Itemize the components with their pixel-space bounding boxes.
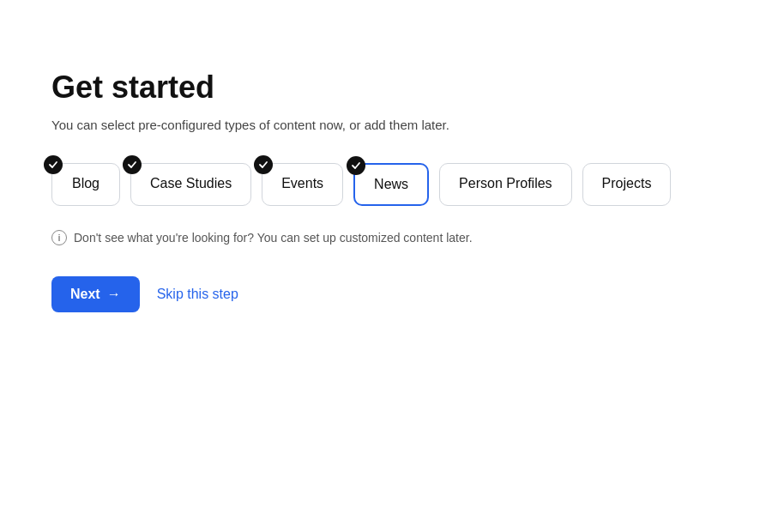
actions-row: Next → Skip this step [51,276,721,312]
next-button-label: Next [70,287,100,302]
check-badge-news [347,156,365,175]
check-badge-events [254,155,273,174]
content-type-label-events: Events [281,176,323,190]
page-title: Get started [51,69,721,106]
content-type-person-profiles[interactable]: Person Profiles [439,163,572,206]
info-row: i Don't see what you're looking for? You… [51,230,721,245]
content-type-label-news: News [374,177,408,191]
info-icon: i [51,230,67,245]
next-arrow-icon: → [107,287,121,302]
content-type-label-projects: Projects [602,176,652,190]
content-type-projects[interactable]: Projects [582,163,672,206]
content-type-news[interactable]: News [353,163,429,206]
skip-button[interactable]: Skip this step [157,287,238,302]
content-type-case-studies[interactable]: Case Studies [130,163,251,206]
check-badge-case-studies [123,155,142,174]
content-type-events[interactable]: Events [262,163,343,206]
info-text: Don't see what you're looking for? You c… [74,231,473,245]
content-type-label-case-studies: Case Studies [150,176,232,190]
content-type-label-blog: Blog [72,176,100,190]
check-badge-blog [44,155,63,174]
content-type-list: Blog Case Studies Events NewsPerson Prof… [51,163,721,206]
next-button[interactable]: Next → [51,276,140,312]
content-type-blog[interactable]: Blog [51,163,120,206]
content-type-label-person-profiles: Person Profiles [459,176,552,190]
page-subtitle: You can select pre-configured types of c… [51,118,721,132]
page-container: Get started You can select pre-configure… [0,0,772,381]
